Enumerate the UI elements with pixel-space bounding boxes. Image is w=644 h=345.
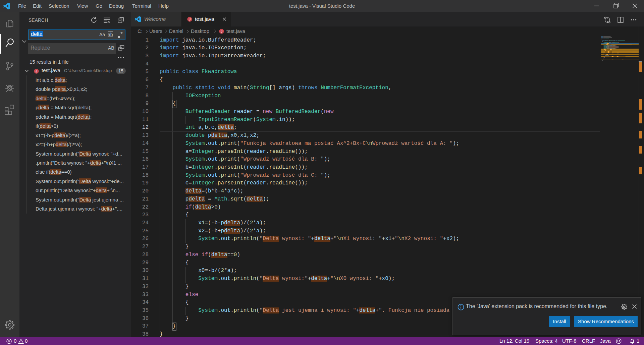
svg-text:J: J xyxy=(189,17,191,21)
svg-text:J: J xyxy=(221,30,223,33)
svg-text:J: J xyxy=(36,69,38,73)
